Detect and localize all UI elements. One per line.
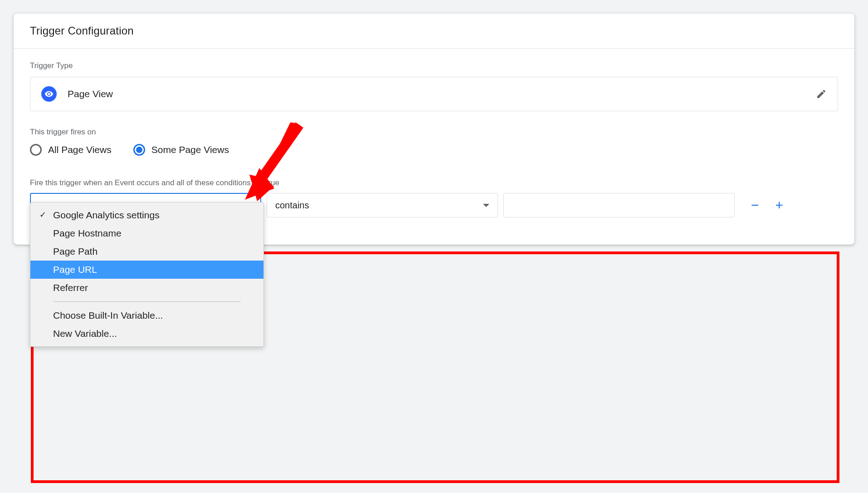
- dropdown-divider: [53, 301, 241, 302]
- operator-text: contains: [275, 200, 309, 211]
- dropdown-item[interactable]: Google Analytics settings: [30, 206, 263, 224]
- chevron-down-icon: [483, 204, 489, 207]
- fires-on-label: This trigger fires on: [30, 128, 838, 137]
- conditions-section: Fire this trigger when an Event occurs a…: [14, 172, 854, 228]
- page-view-icon: [41, 86, 57, 102]
- dropdown-item[interactable]: Page Hostname: [30, 224, 263, 242]
- trigger-config-card: Trigger Configuration Trigger Type Page …: [14, 14, 854, 245]
- variable-dropdown-menu: Google Analytics settingsPage HostnamePa…: [30, 202, 264, 347]
- radio-inner-dot: [136, 147, 142, 153]
- dropdown-item[interactable]: Choose Built-In Variable...: [30, 306, 263, 325]
- radio-unchecked-icon: [30, 144, 42, 156]
- conditions-label: Fire this trigger when an Event occurs a…: [30, 178, 838, 187]
- radio-some-page-views[interactable]: Some Page Views: [133, 144, 229, 156]
- value-input[interactable]: [503, 193, 735, 217]
- radio-all-page-views[interactable]: All Page Views: [30, 144, 112, 156]
- dropdown-item[interactable]: Referrer: [30, 279, 263, 297]
- card-header: Trigger Configuration: [14, 14, 854, 49]
- remove-condition-button[interactable]: −: [751, 197, 759, 213]
- radio-some-label: Some Page Views: [151, 144, 229, 155]
- operator-dropdown[interactable]: contains: [267, 193, 498, 217]
- radio-group: All Page Views Some Page Views: [30, 144, 838, 156]
- trigger-type-name: Page View: [68, 89, 113, 99]
- add-condition-button[interactable]: +: [775, 197, 784, 213]
- radio-all-label: All Page Views: [48, 144, 112, 155]
- trigger-type-label: Trigger Type: [30, 61, 838, 70]
- card-title: Trigger Configuration: [30, 25, 838, 37]
- trigger-type-box[interactable]: Page View: [30, 77, 838, 111]
- trigger-type-section: Trigger Type Page View: [14, 61, 854, 111]
- radio-checked-icon: [133, 144, 145, 156]
- edit-icon[interactable]: [816, 89, 827, 99]
- dropdown-item[interactable]: Page URL: [30, 261, 263, 279]
- trigger-type-left: Page View: [41, 86, 113, 102]
- card-body: Trigger Type Page View This trigger fire…: [14, 49, 854, 245]
- row-actions: − +: [751, 197, 783, 213]
- dropdown-item[interactable]: Page Path: [30, 242, 263, 261]
- dropdown-item[interactable]: New Variable...: [30, 325, 263, 343]
- fires-on-section: This trigger fires on All Page Views Som…: [14, 128, 854, 156]
